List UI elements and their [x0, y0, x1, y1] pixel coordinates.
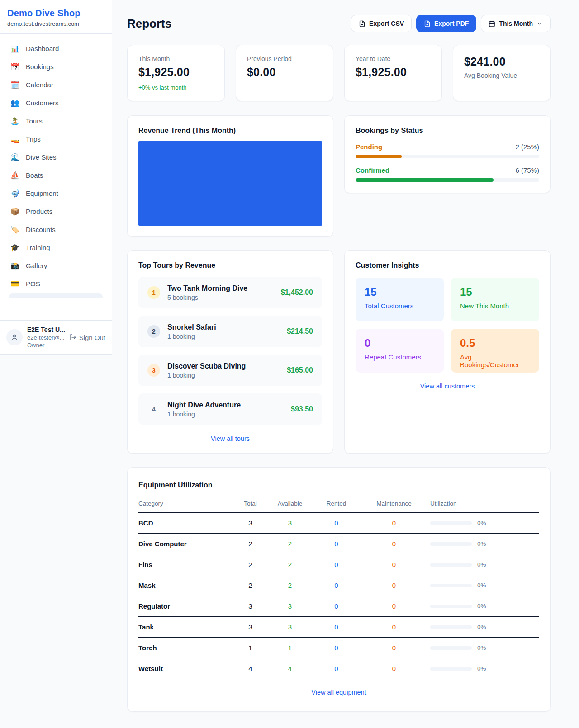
sidebar-item-label: POS	[26, 280, 40, 288]
utilization-percent: 0%	[477, 644, 486, 651]
cell-maintenance: 0	[358, 596, 430, 617]
shop-name: Demo Dive Shop	[7, 8, 104, 19]
sidebar-item-label: Gallery	[26, 262, 47, 269]
top-tours-title: Top Tours by Revenue	[138, 261, 322, 269]
tour-amount: $214.50	[287, 327, 313, 336]
table-row: Torch 1 1 0 0 0%	[138, 638, 539, 658]
export-csv-button[interactable]: Export CSV	[351, 15, 412, 32]
progress-fill	[356, 178, 494, 182]
cell-maintenance: 0	[358, 658, 430, 679]
stat-value: $0.00	[247, 66, 322, 79]
cell-total: 2	[236, 534, 265, 554]
cell-category: Dive Computer	[138, 534, 236, 554]
sidebar-item-bookings[interactable]: 📅Bookings	[5, 58, 106, 76]
cell-maintenance: 0	[358, 617, 430, 638]
sidebar-item-products[interactable]: 📦Products	[5, 203, 106, 220]
person-icon	[10, 333, 19, 341]
speedboat-icon: 🚤	[10, 135, 20, 143]
tour-bookings: 5 bookings	[167, 294, 274, 301]
cell-rented: 0	[315, 575, 358, 596]
sidebar-item-label: Discounts	[26, 226, 56, 233]
equipment-table: Category Total Available Rented Maintena…	[138, 500, 539, 679]
table-row: Mask 2 2 0 0 0%	[138, 575, 539, 596]
calendar-icon	[489, 20, 495, 27]
sidebar-item-tours[interactable]: 🏝️Tours	[5, 112, 106, 130]
stat-cards: This Month $1,925.00 +0% vs last month P…	[127, 45, 551, 101]
stat-value: $241.00	[464, 55, 539, 68]
utilization-bar	[430, 646, 472, 650]
sidebar-item-dive-sites[interactable]: 🌊Dive Sites	[5, 148, 106, 166]
export-pdf-label: Export PDF	[434, 20, 469, 27]
tour-name: Two Tank Morning Dive	[167, 284, 274, 293]
rank-badge: 2	[147, 325, 160, 338]
view-all-equipment-link[interactable]: View all equipment	[138, 689, 539, 696]
export-csv-label: Export CSV	[369, 20, 404, 27]
cell-category: Tank	[138, 617, 236, 638]
column-header: Maintenance	[358, 500, 430, 513]
utilization-percent: 0%	[477, 561, 486, 568]
cell-total: 3	[236, 617, 265, 638]
sailboat-icon: ⛵	[10, 171, 20, 180]
cell-rented: 0	[315, 534, 358, 554]
view-all-customers-link[interactable]: View all customers	[356, 383, 539, 390]
tile-value: 15	[460, 286, 530, 298]
status-label: Confirmed	[356, 166, 389, 174]
credit-card-icon: 💳	[10, 279, 20, 288]
user-email: e2e-tester@...	[27, 334, 65, 341]
tour-bookings: 1 booking	[167, 372, 280, 379]
utilization-percent: 0%	[477, 582, 486, 589]
tour-row: 3 Discover Scuba Diving1 booking $165.00	[138, 355, 322, 386]
sidebar-item-pos[interactable]: 💳POS	[5, 275, 106, 293]
cell-available: 2	[265, 554, 315, 575]
tile-label: Repeat Customers	[365, 353, 435, 361]
column-header: Total	[236, 500, 265, 513]
tour-row: 2 Snorkel Safari1 booking $214.50	[138, 316, 322, 347]
tour-amount: $1,452.00	[281, 288, 313, 297]
sidebar-item-equipment[interactable]: 🤿Equipment	[5, 184, 106, 202]
sidebar-item-label: Calendar	[26, 81, 53, 89]
utilization-bar	[430, 542, 472, 546]
sidebar-item-boats[interactable]: ⛵Boats	[5, 166, 106, 184]
sidebar-item-reports-partial[interactable]	[9, 293, 103, 298]
period-dropdown[interactable]: This Month	[481, 15, 551, 32]
people-icon: 👥	[10, 99, 20, 107]
cell-available: 2	[265, 534, 315, 554]
cell-total: 3	[236, 513, 265, 534]
sidebar-item-label: Dive Sites	[26, 153, 57, 161]
sidebar-item-customers[interactable]: 👥Customers	[5, 94, 106, 112]
sidebar-item-gallery[interactable]: 📸Gallery	[5, 257, 106, 274]
progress-track	[356, 178, 539, 182]
tour-bookings: 1 booking	[167, 411, 284, 418]
cell-rented: 0	[315, 658, 358, 679]
stat-card-previous-period: Previous Period $0.00	[236, 45, 333, 101]
stat-value: $1,925.00	[138, 66, 214, 79]
tile-new-this-month: 15 New This Month	[451, 278, 539, 321]
tour-name: Discover Scuba Diving	[167, 362, 280, 370]
table-row: Wetsuit 4 4 0 0 0%	[138, 658, 539, 679]
cell-category: Mask	[138, 575, 236, 596]
column-header: Category	[138, 500, 236, 513]
tour-name: Snorkel Safari	[167, 323, 280, 331]
tile-label: Avg Bookings/Customer	[460, 353, 530, 369]
bookings-by-status-title: Bookings by Status	[356, 127, 539, 135]
equipment-utilization-title: Equipment Utilization	[138, 481, 539, 489]
sidebar-item-calendar[interactable]: 🗓️Calendar	[5, 76, 106, 94]
cell-available: 3	[265, 596, 315, 617]
sidebar-item-discounts[interactable]: 🏷️Discounts	[5, 221, 106, 238]
cell-maintenance: 0	[358, 554, 430, 575]
view-all-tours-link[interactable]: View all tours	[138, 435, 322, 442]
sidebar-item-training[interactable]: 🎓Training	[5, 239, 106, 256]
sidebar-item-trips[interactable]: 🚤Trips	[5, 130, 106, 148]
sidebar-item-dashboard[interactable]: 📊Dashboard	[5, 40, 106, 57]
sidebar-item-label: Equipment	[26, 189, 58, 197]
sign-out-button[interactable]: Sign Out	[69, 334, 105, 341]
cell-rented: 0	[315, 638, 358, 658]
stat-label: Previous Period	[247, 55, 322, 62]
export-pdf-button[interactable]: Export PDF	[416, 15, 476, 32]
chevron-down-icon	[536, 20, 543, 27]
cell-rented: 0	[315, 554, 358, 575]
status-row-pending: Pending 2 (25%)	[356, 143, 539, 158]
cell-total: 4	[236, 658, 265, 679]
file-download-icon	[359, 20, 365, 27]
table-row: Dive Computer 2 2 0 0 0%	[138, 534, 539, 554]
